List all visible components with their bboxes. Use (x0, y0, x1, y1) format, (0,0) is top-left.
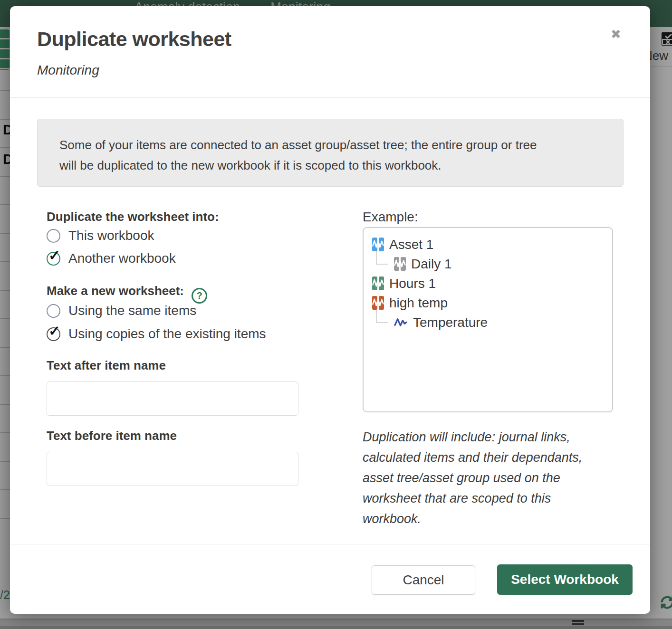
header-divider (10, 97, 650, 98)
radio-circle[interactable] (47, 304, 60, 318)
tree-connector (376, 310, 388, 323)
check-icon: ✓ (48, 248, 60, 263)
duplication-note: Duplication will include: journal links,… (363, 427, 596, 529)
radio-same-items[interactable]: Using the same items (47, 303, 196, 318)
tree-item-daily-1: Daily 1 (372, 254, 612, 274)
tree-connector (376, 251, 388, 265)
alert-text: Some of your items are connected to an a… (59, 135, 557, 176)
tree-item-label: Daily 1 (411, 257, 452, 272)
duplicate-worksheet-dialog: Duplicate worksheet Monitoring ✖ Some of… (10, 6, 650, 614)
radio-copies-of-items[interactable]: ✓ Using copies of the existing items (47, 326, 266, 342)
text-before-label: Text before item name (47, 429, 177, 443)
tree-item-label: high temp (389, 295, 448, 311)
text-before-input[interactable] (47, 452, 298, 486)
text-after-label: Text after item name (47, 358, 166, 373)
new-worksheet-group-label: Make a new worksheet:? (47, 284, 207, 304)
tree-item-label: Asset 1 (389, 237, 433, 252)
help-icon[interactable]: ? (192, 288, 207, 304)
tree-item-hours-1: Hours 1 (372, 274, 612, 293)
tree-item-label: Temperature (413, 315, 488, 330)
example-label: Example: (363, 210, 418, 225)
tree-item-label: Hours 1 (389, 276, 436, 291)
select-workbook-button[interactable]: Select Workbook (497, 564, 633, 595)
tree-item-high-temp: high temp (372, 293, 612, 313)
condition-icon (372, 238, 384, 251)
dialog-subtitle: Monitoring (37, 63, 99, 78)
asset-scope-alert: Some of your items are connected to an a… (37, 119, 624, 187)
condition-icon (394, 257, 406, 271)
destination-group-label: Duplicate the worksheet into: (47, 210, 219, 224)
cancel-button[interactable]: Cancel (372, 565, 475, 595)
condition-icon (372, 276, 384, 290)
radio-label: This workbook (68, 228, 154, 243)
tree-item-temperature: Temperature (372, 313, 612, 332)
signal-icon (394, 316, 408, 328)
radio-label: Using the same items (68, 303, 196, 318)
close-icon[interactable]: ✖ (609, 25, 623, 44)
radio-circle-checked[interactable]: ✓ (47, 252, 60, 266)
text-after-input[interactable] (47, 381, 298, 416)
radio-circle-checked[interactable]: ✓ (47, 327, 60, 341)
check-icon: ✓ (48, 324, 60, 338)
tree-item-asset-1: Asset 1 (372, 235, 612, 254)
example-tree-panel: Asset 1 Daily 1 Hours 1 high temp (363, 227, 613, 412)
footer-divider (10, 544, 650, 544)
condition-icon (372, 296, 384, 310)
radio-circle[interactable] (47, 229, 60, 243)
radio-label: Another workbook (68, 251, 176, 266)
dialog-title: Duplicate worksheet (37, 28, 231, 51)
radio-another-workbook[interactable]: ✓ Another workbook (47, 251, 176, 266)
radio-label: Using copies of the existing items (68, 326, 266, 342)
group-label-text: Make a new worksheet: (47, 284, 184, 298)
radio-this-workbook[interactable]: This workbook (47, 228, 154, 243)
